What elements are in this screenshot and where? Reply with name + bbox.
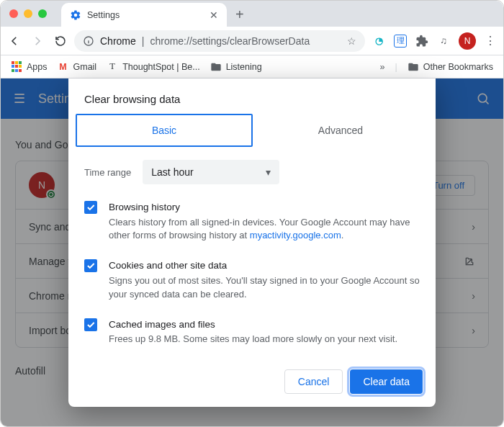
back-icon[interactable] xyxy=(8,35,21,48)
tab-basic[interactable]: Basic xyxy=(76,114,253,147)
time-range-select[interactable]: Last hour ▾ xyxy=(143,160,279,184)
option-cache: Cached images and files Frees up 9.8 MB.… xyxy=(84,318,420,346)
gear-icon xyxy=(70,9,81,21)
gmail-bookmark[interactable]: MGmail xyxy=(58,61,97,73)
checkbox[interactable] xyxy=(84,259,97,272)
extensions-icon[interactable] xyxy=(415,35,428,48)
maximize-window[interactable] xyxy=(38,9,47,18)
bookmarks-bar: Apps MGmail TThoughtSpot | Be... Listeni… xyxy=(1,55,503,78)
option-cookies: Cookies and other site data Signs you ou… xyxy=(84,259,420,301)
url-domain: Chrome xyxy=(100,35,136,47)
menu-icon[interactable]: ⋮ xyxy=(485,34,496,48)
forward-icon xyxy=(31,35,44,48)
address-bar[interactable]: Chrome | chrome://settings/clearBrowserD… xyxy=(74,30,365,52)
checkbox[interactable] xyxy=(84,201,97,214)
extension-icon[interactable]: ◔ xyxy=(372,35,385,48)
extension-icon[interactable]: 理 xyxy=(394,35,407,48)
option-browsing-history: Browsing history Clears history from all… xyxy=(84,200,420,243)
dialog-title: Clear browsing data xyxy=(68,78,436,114)
site-info-icon[interactable] xyxy=(83,35,94,47)
profile-avatar[interactable]: N xyxy=(459,32,476,50)
close-tab-icon[interactable]: ✕ xyxy=(210,9,218,21)
folder-icon xyxy=(210,61,222,73)
overflow-icon[interactable]: » xyxy=(380,62,385,72)
time-range-label: Time range xyxy=(84,167,131,178)
clear-data-dialog: Clear browsing data Basic Advanced Time … xyxy=(68,78,436,407)
chevron-down-icon: ▾ xyxy=(266,166,271,178)
other-bookmarks[interactable]: Other Bookmarks xyxy=(408,61,493,73)
window-titlebar: Settings ✕ + xyxy=(1,1,503,27)
checkbox[interactable] xyxy=(84,318,97,331)
minimize-window[interactable] xyxy=(24,9,32,18)
media-icon[interactable]: ♫ xyxy=(437,35,450,48)
tab-title: Settings xyxy=(87,10,204,20)
thoughtspot-bookmark[interactable]: TThoughtSpot | Be... xyxy=(107,61,199,73)
browser-tab[interactable]: Settings ✕ xyxy=(61,3,227,27)
url-path: chrome://settings/clearBrowserData xyxy=(150,35,310,47)
reload-icon[interactable] xyxy=(54,35,67,48)
myactivity-link[interactable]: myactivity.google.com xyxy=(250,230,341,241)
bookmark-star-icon[interactable]: ☆ xyxy=(347,35,356,47)
new-tab-button[interactable]: + xyxy=(235,6,244,23)
browser-toolbar: Chrome | chrome://settings/clearBrowserD… xyxy=(1,27,503,55)
folder-icon xyxy=(408,61,419,73)
close-window[interactable] xyxy=(9,9,18,18)
clear-data-button[interactable]: Clear data xyxy=(350,369,423,394)
tab-advanced[interactable]: Advanced xyxy=(253,114,428,147)
listening-bookmark[interactable]: Listening xyxy=(210,61,262,73)
apps-bookmark[interactable]: Apps xyxy=(11,61,48,73)
traffic-lights xyxy=(9,9,47,18)
cancel-button[interactable]: Cancel xyxy=(284,369,343,394)
